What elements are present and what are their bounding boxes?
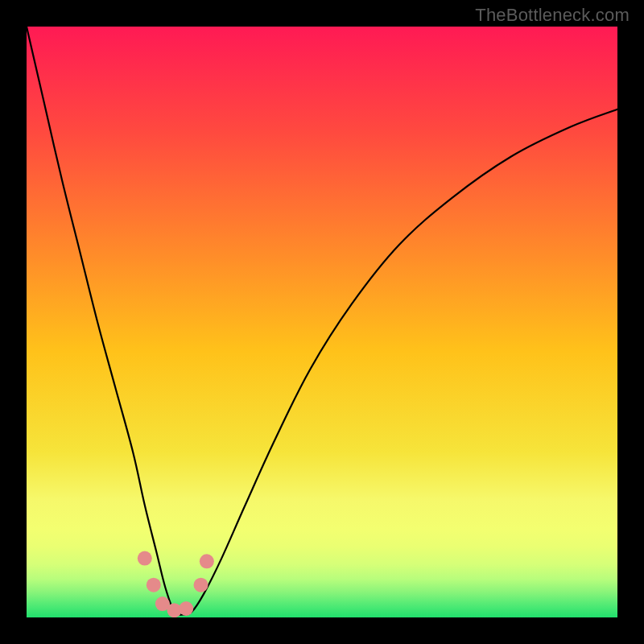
curve-marker — [194, 578, 208, 592]
curve-marker — [138, 551, 152, 566]
watermark-text: TheBottleneck.com — [475, 5, 630, 26]
curve-marker — [200, 554, 214, 568]
chart-frame: TheBottleneck.com — [0, 0, 644, 644]
curve-marker — [147, 578, 161, 592]
bottleneck-curve — [27, 27, 617, 617]
plot-area — [27, 27, 617, 617]
curve-marker — [179, 601, 193, 616]
